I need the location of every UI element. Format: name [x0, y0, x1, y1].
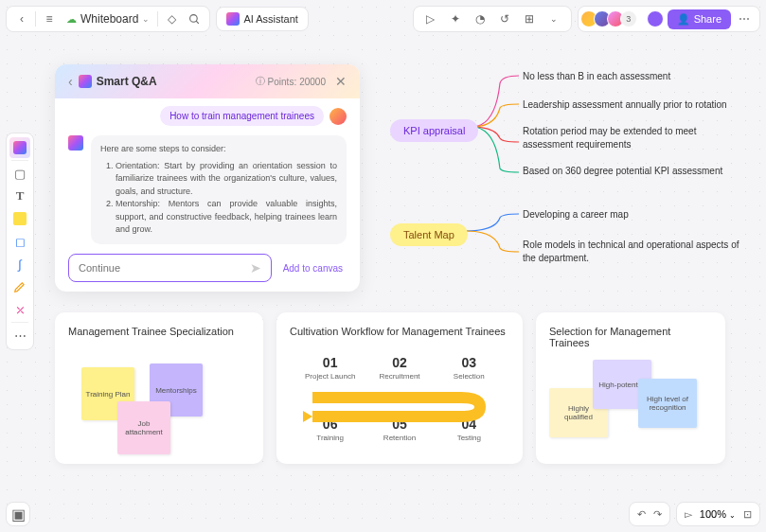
workspace-dropdown[interactable]: ☁ Whiteboard ⌄	[62, 12, 153, 26]
mindmap-leaf[interactable]: Role models in technical and operational…	[523, 239, 740, 265]
workflow-diagram: 01Project Launch 02Recruitment 03Selecti…	[295, 355, 504, 442]
more-tools[interactable]: ⋯	[9, 325, 30, 346]
chart-button[interactable]: ⊞	[520, 9, 539, 28]
connector-tool[interactable]: ∫	[9, 254, 30, 275]
fit-view-button[interactable]: ⊡	[743, 508, 752, 521]
ai-logo-icon	[79, 75, 92, 88]
share-button[interactable]: 👤 Share	[668, 9, 731, 29]
info-icon: ⓘ	[256, 75, 265, 88]
share-icon: 👤	[677, 13, 690, 26]
selection-card[interactable]: Selection for Management Trainees Highly…	[536, 312, 725, 464]
kpi-node[interactable]: KPI appraisal	[390, 119, 478, 142]
mindmap-leaf[interactable]: Developing a career map	[523, 208, 740, 222]
collaborator-avatars[interactable]: 3	[584, 10, 637, 27]
add-to-canvas-button[interactable]: Add to canvas	[279, 257, 347, 279]
avatar-overflow: 3	[620, 10, 637, 27]
sticky-note[interactable]: Job attachment	[117, 401, 170, 454]
ai-assistant-button[interactable]: AI Assistant	[216, 7, 308, 31]
more-button[interactable]: ⋯	[735, 9, 754, 28]
sticky-tool[interactable]	[9, 208, 30, 229]
shape-tool[interactable]: ◻	[9, 231, 30, 252]
qa-title: Smart Q&A	[79, 75, 157, 88]
cursor-tool[interactable]: ▻	[685, 508, 692, 521]
qa-input[interactable]	[79, 262, 250, 274]
zoom-level[interactable]: 100% ⌄	[700, 508, 736, 520]
svg-line-1	[196, 21, 199, 24]
back-button[interactable]: ‹	[12, 9, 31, 28]
frame-tool[interactable]: ▢	[9, 163, 30, 184]
tag-button[interactable]: ◇	[162, 9, 181, 28]
ai-avatar-icon	[68, 135, 83, 151]
mindmap-leaf[interactable]: Based on 360 degree potential KPI assess…	[523, 165, 740, 178]
menu-button[interactable]: ≡	[40, 9, 59, 28]
mindmap-tool[interactable]: ⤫	[9, 299, 30, 320]
qa-input-wrapper: ➤	[68, 254, 272, 282]
workflow-step: 01Project Launch	[297, 355, 364, 381]
ai-tool[interactable]	[9, 137, 30, 158]
layers-button[interactable]: ▣	[6, 502, 30, 526]
chevron-down-icon: ⌄	[142, 14, 150, 24]
ai-logo-icon	[226, 12, 240, 26]
cloud-sync-icon: ☁	[66, 13, 77, 26]
qa-back-button[interactable]: ‹	[68, 74, 73, 89]
text-tool[interactable]: T	[9, 186, 30, 206]
redo-button[interactable]: ↷	[653, 508, 662, 521]
pen-tool[interactable]	[9, 276, 30, 297]
comment-button[interactable]: ◔	[471, 9, 490, 28]
magic-button[interactable]: ✦	[446, 9, 465, 28]
ai-icon	[13, 141, 27, 154]
left-toolbar: ▢ T ◻ ∫ ⤫ ⋯	[6, 133, 34, 350]
smart-qa-panel: ‹ Smart Q&A ⓘ Points: 20000 ✕ How to tra…	[55, 64, 360, 292]
mindmap-leaf[interactable]: Rotation period may be extended to meet …	[523, 125, 740, 151]
undo-button[interactable]: ↶	[637, 508, 646, 521]
search-button[interactable]	[185, 9, 204, 28]
specialization-card[interactable]: Management Trainee Specialization Traini…	[55, 312, 263, 464]
user-message: How to train management trainees	[68, 106, 347, 126]
qa-points: ⓘ Points: 20000	[256, 75, 326, 88]
talent-node[interactable]: Talent Map	[390, 223, 468, 246]
play-button[interactable]: ▷	[421, 9, 440, 28]
qa-body: How to train management trainees Here ar…	[55, 98, 360, 244]
workflow-card[interactable]: Cultivation Workflow for Management Trai…	[276, 312, 523, 464]
header-left-group: ‹ ≡ ☁ Whiteboard ⌄ ◇	[6, 6, 210, 32]
mindmap-leaf[interactable]: No less than B in each assessment	[523, 70, 740, 83]
card-title: Management Trainee Specialization	[68, 326, 250, 337]
card-title: Selection for Management Trainees	[549, 326, 712, 348]
workflow-step: 03Selection	[436, 355, 502, 381]
workflow-step: 02Recruitment	[366, 355, 433, 381]
ai-message-text: Here are some steps to consider: Orienta…	[91, 135, 347, 244]
workflow-arrow	[295, 388, 504, 426]
mindmap-leaf[interactable]: Leadership assessment annually prior to …	[523, 98, 740, 112]
user-avatar	[330, 108, 347, 125]
ai-message: Here are some steps to consider: Orienta…	[68, 135, 347, 244]
current-user-avatar[interactable]	[647, 10, 664, 27]
history-button[interactable]: ↺	[495, 9, 514, 28]
workspace-name: Whiteboard	[80, 12, 138, 26]
qa-close-button[interactable]: ✕	[335, 74, 347, 89]
card-title: Cultivation Workflow for Management Trai…	[290, 326, 509, 337]
sticky-note[interactable]: High level of recognition	[638, 379, 697, 428]
svg-point-0	[190, 14, 198, 22]
more-dropdown[interactable]: ⌄	[544, 9, 563, 28]
qa-header: ‹ Smart Q&A ⓘ Points: 20000 ✕	[55, 64, 360, 98]
send-icon[interactable]: ➤	[250, 260, 261, 275]
